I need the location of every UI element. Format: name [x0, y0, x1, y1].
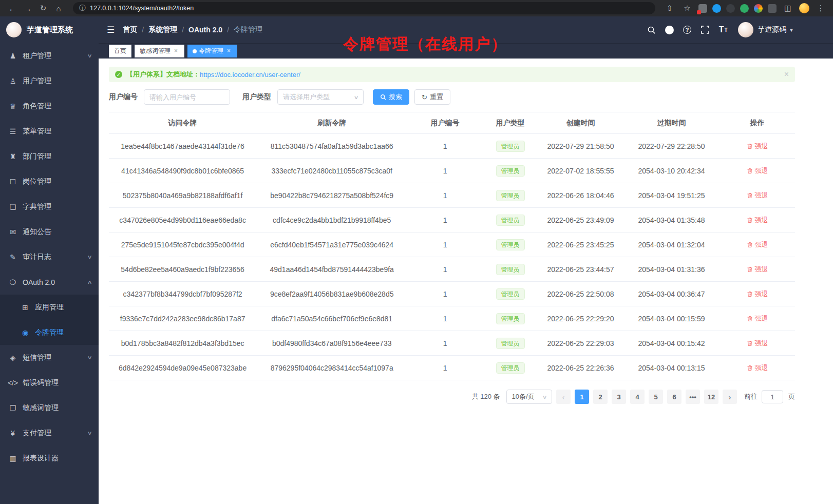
- pay-icon: ¥: [7, 429, 18, 437]
- page-button[interactable]: 12: [704, 390, 718, 404]
- search-icon[interactable]: [646, 24, 657, 35]
- breadcrumb-link[interactable]: 系统管理: [148, 25, 177, 34]
- sidebar-item[interactable]: ❏ 字典管理: [0, 194, 99, 219]
- force-logout-button[interactable]: 强退: [747, 191, 768, 200]
- access-token-cell: 41c41346a548490f9dc8b01c6bfe0865: [109, 159, 256, 183]
- force-logout-button[interactable]: 强退: [747, 289, 768, 299]
- goto-page-input[interactable]: [762, 390, 783, 403]
- action-cell: 强退: [720, 208, 795, 232]
- sidebar-item[interactable]: ¥ 支付管理 ∨: [0, 420, 99, 445]
- page-button[interactable]: 4: [630, 390, 645, 404]
- github-icon[interactable]: [664, 24, 675, 35]
- prev-page-button[interactable]: ‹: [556, 390, 571, 404]
- user-type-tag: 管理员: [496, 338, 525, 349]
- caret-down-icon[interactable]: ▼: [789, 27, 794, 33]
- breadcrumb-link[interactable]: 首页: [123, 25, 137, 34]
- sidebar-item[interactable]: ♛ 角色管理: [0, 93, 99, 119]
- extension-icon-4[interactable]: [740, 4, 749, 13]
- browser-back-icon[interactable]: ←: [6, 2, 18, 14]
- reset-button[interactable]: ↻ 重置: [414, 89, 450, 105]
- sidebar-item[interactable]: ✉ 通知公告: [0, 219, 99, 244]
- sidebar-item[interactable]: ▥ 报表设计器: [0, 445, 99, 471]
- extensions-puzzle-icon[interactable]: [754, 4, 763, 13]
- user-type-cell: 管理员: [483, 134, 538, 159]
- action-cell: 强退: [720, 232, 795, 257]
- alert-close-icon[interactable]: ×: [784, 70, 789, 79]
- site-info-icon[interactable]: ⓘ: [79, 4, 86, 13]
- sidebar-item[interactable]: ♜ 部门管理: [0, 144, 99, 169]
- sidebar-item[interactable]: ❐ 敏感词管理: [0, 395, 99, 420]
- sidebar-item[interactable]: </> 错误码管理: [0, 370, 99, 395]
- bookmark-star-icon[interactable]: ☆: [681, 2, 693, 14]
- user-type-tag: 管理员: [496, 288, 525, 300]
- sidebar-item[interactable]: ◉ 令牌管理: [0, 320, 99, 345]
- view-tab[interactable]: 令牌管理 ×: [187, 45, 237, 57]
- sidebar-item[interactable]: ☰ 菜单管理: [0, 119, 99, 144]
- browser-reload-icon[interactable]: ↻: [37, 2, 49, 14]
- page-button[interactable]: 3: [612, 390, 626, 404]
- action-cell: 强退: [720, 183, 795, 208]
- user-id-input[interactable]: [144, 89, 230, 105]
- active-dot: [193, 49, 197, 53]
- page-button[interactable]: 2: [593, 390, 608, 404]
- user-avatar[interactable]: [738, 22, 753, 37]
- audit-icon: ✎: [7, 253, 18, 261]
- split-view-icon[interactable]: ◫: [782, 2, 794, 14]
- doc-link[interactable]: https://doc.iocoder.cn/user-center/: [200, 71, 300, 79]
- force-logout-button[interactable]: 强退: [747, 166, 768, 176]
- force-logout-button[interactable]: 强退: [747, 339, 768, 348]
- tab-close-icon[interactable]: ×: [225, 48, 232, 54]
- force-logout-button[interactable]: 强退: [747, 216, 768, 225]
- view-tab[interactable]: 敏感词管理 ×: [135, 45, 184, 57]
- user-id-cell: 1: [407, 159, 483, 183]
- page-button[interactable]: •••: [686, 390, 700, 404]
- fullscreen-icon[interactable]: [699, 24, 711, 35]
- force-logout-button[interactable]: 强退: [747, 240, 768, 249]
- force-logout-button[interactable]: 强退: [747, 363, 768, 373]
- view-tab[interactable]: 首页 ×: [109, 45, 131, 57]
- force-logout-button[interactable]: 强退: [747, 314, 768, 323]
- username[interactable]: 芋道源码: [758, 25, 786, 34]
- chevron-icon: ∨: [87, 254, 92, 260]
- browser-profile-avatar[interactable]: [799, 3, 809, 13]
- chevron-icon: ∨: [87, 53, 92, 59]
- extension-icon-3[interactable]: [726, 4, 735, 13]
- breadcrumb-link[interactable]: 令牌管理: [234, 25, 262, 34]
- address-bar[interactable]: ⓘ 127.0.0.1:1024/system/oauth2/token: [73, 2, 655, 14]
- extension-icon-1[interactable]: [698, 4, 707, 13]
- sidebar-item[interactable]: ◈ 短信管理 ∨: [0, 345, 99, 370]
- share-icon[interactable]: ⇧: [664, 2, 676, 14]
- page-button[interactable]: 5: [649, 390, 663, 404]
- extension-icon-2[interactable]: [712, 4, 721, 13]
- browser-home-icon[interactable]: ⌂: [52, 2, 65, 14]
- sidebar-item[interactable]: ⊞ 应用管理: [0, 295, 99, 320]
- font-size-icon[interactable]: T: [717, 24, 729, 35]
- user-id-cell: 1: [407, 232, 483, 257]
- delete-icon: [747, 316, 753, 322]
- user-type-select[interactable]: 请选择用户类型 ∨: [277, 89, 364, 105]
- help-icon[interactable]: ?: [681, 24, 693, 35]
- user-id-cell: 1: [407, 282, 483, 306]
- force-logout-button[interactable]: 强退: [747, 142, 768, 151]
- extension-icon-5[interactable]: [768, 4, 777, 13]
- force-logout-button[interactable]: 强退: [747, 265, 768, 274]
- sidebar-item[interactable]: ♟ 租户管理 ∨: [0, 43, 99, 68]
- column-header: 刷新令牌: [256, 112, 407, 134]
- app-logo[interactable]: 芋道管理系统: [0, 16, 99, 43]
- sidebar-item[interactable]: ❍ OAuth 2.0 ∧: [0, 269, 99, 295]
- breadcrumb-link[interactable]: OAuth 2.0: [188, 26, 222, 34]
- browser-forward-icon[interactable]: →: [22, 2, 34, 14]
- next-page-button[interactable]: ›: [723, 390, 737, 404]
- search-button[interactable]: 搜索: [373, 89, 409, 105]
- page-button[interactable]: 1: [575, 390, 589, 404]
- page-button[interactable]: 6: [667, 390, 681, 404]
- sidebar-item[interactable]: ☐ 岗位管理: [0, 169, 99, 194]
- page-size-select[interactable]: 10条/页 ∨: [506, 390, 552, 404]
- sidebar-toggle-icon[interactable]: ☰: [107, 25, 115, 35]
- tab-close-icon[interactable]: ×: [173, 48, 179, 54]
- sidebar-item[interactable]: ♙ 用户管理: [0, 68, 99, 93]
- user-type-cell: 管理员: [483, 306, 538, 331]
- browser-menu-icon[interactable]: ⋮: [815, 2, 827, 14]
- sidebar-item[interactable]: ✎ 审计日志 ∨: [0, 244, 99, 269]
- logo-avatar: [6, 22, 22, 37]
